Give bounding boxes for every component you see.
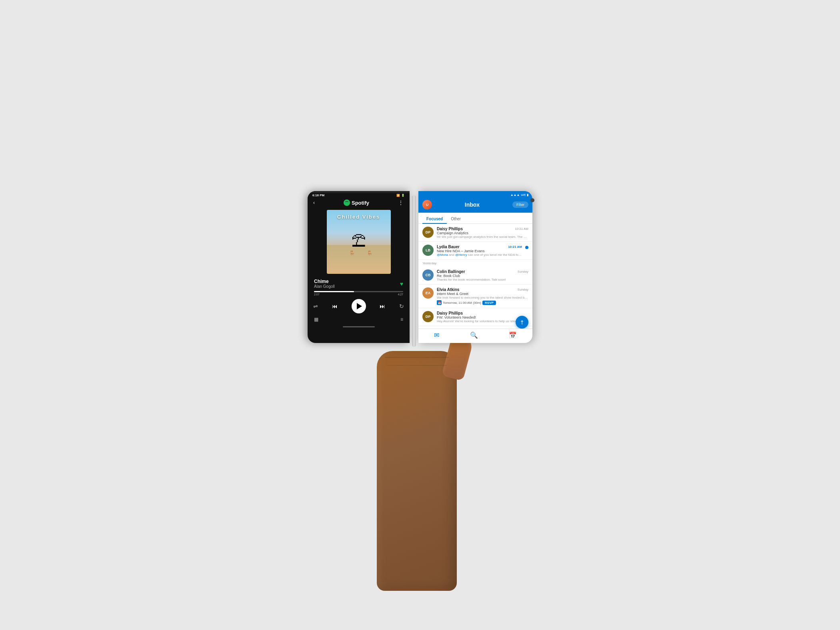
email-content: Daisy Phillips 10:21 AM Campaign Analyti… — [437, 227, 528, 239]
email-time: Sunday — [518, 288, 528, 291]
device-hinge — [412, 195, 416, 347]
email-sender: Elvia Atkins — [437, 287, 459, 292]
email-time: 10:21 AM — [515, 227, 528, 231]
umbrella-icon: ⛱ — [352, 233, 366, 249]
email-preview: We look forward to welcoming you to the … — [437, 296, 528, 299]
hand — [377, 351, 457, 591]
email-content: Colin Ballinger Sunday Re: Book Club Tha… — [437, 269, 528, 281]
time-elapsed: 2:07 — [314, 293, 320, 296]
battery-icon: 🔋 — [401, 194, 405, 197]
outlook-header: U Inbox Filter — [418, 197, 532, 213]
spotify-bottom-bar: ▦ ≡ — [308, 315, 410, 324]
avatar: LB — [422, 245, 434, 256]
avatar: CB — [422, 269, 434, 281]
nav-mail[interactable]: ✉ — [434, 331, 439, 339]
email-time: Sunday — [518, 270, 528, 273]
song-artist: Alan Gogoll — [314, 284, 335, 289]
compose-button[interactable]: ↗ — [516, 316, 528, 329]
repeat-button[interactable]: ↻ — [399, 303, 404, 309]
email-sender: Colin Ballinger — [437, 269, 465, 274]
bottom-navigation: ✉ 🔍 📅 — [418, 329, 532, 343]
email-preview: Hey Alumni! We're looking for volunteers… — [437, 319, 528, 323]
chair-right: 🪑 — [367, 250, 373, 256]
email-item[interactable]: DP Daisy Phillips FW: Volunteers Needed!… — [418, 308, 532, 326]
rsvp-button[interactable]: RSVP — [482, 301, 496, 305]
email-content: Elvia Atkins Sunday Intern Meet & Greet … — [437, 287, 528, 305]
tab-other[interactable]: Other — [447, 215, 465, 223]
compose-icon: ↗ — [518, 318, 526, 326]
status-icons-right: ▲▲▲ wifi ▮ — [510, 193, 528, 197]
nav-calendar[interactable]: 📅 — [509, 331, 517, 339]
spotify-logo: Spotify — [344, 199, 369, 206]
play-button[interactable] — [352, 299, 366, 313]
home-indicator — [343, 326, 375, 327]
front-camera — [530, 198, 534, 202]
signal-icon: ▲▲▲ — [510, 193, 520, 197]
playback-controls: ⇌ ⏮ ⏭ ↻ — [308, 297, 410, 315]
email-subject: Re: Book Club — [437, 274, 528, 278]
status-time-left: 6:18 PM — [312, 193, 324, 197]
queue-icon[interactable]: ≡ — [400, 317, 403, 322]
mention-henry: @Henry — [455, 253, 467, 257]
email-header-row: Colin Ballinger Sunday — [437, 269, 528, 274]
wifi-icon: 📶 — [396, 194, 400, 197]
next-button[interactable]: ⏭ — [380, 303, 385, 309]
email-header-row: Daisy Phillips 10:21 AM — [437, 227, 528, 231]
nav-search[interactable]: 🔍 — [470, 331, 478, 339]
email-subject: Campaign Analytics — [437, 231, 528, 235]
email-content: Daisy Phillips FW: Volunteers Needed! He… — [437, 311, 528, 323]
spotify-logo-icon — [344, 199, 350, 206]
avatar: DP — [422, 311, 434, 322]
calendar-icon: 📅 — [509, 331, 517, 339]
inbox-tabs: Focused Other — [418, 213, 532, 224]
chair-left: 🪑 — [349, 250, 355, 256]
avatar: EA — [422, 287, 434, 299]
album-art: ⛱ 🪑 🪑 Chilled Vibes — [327, 210, 391, 274]
spotify-screen: 6:18 PM 📶 🔋 ‹ Spotify ⋮ — [308, 191, 410, 343]
cal-time: Tomorrow, 11:00 AM (30m) — [443, 301, 481, 305]
knuckle1 — [385, 357, 449, 358]
mail-icon: ✉ — [434, 331, 439, 339]
email-item[interactable]: DP Daisy Phillips 10:21 AM Campaign Anal… — [418, 224, 532, 242]
email-preview: @Mona and @Henry can one of you send me … — [437, 253, 522, 257]
prev-button[interactable]: ⏮ — [332, 303, 338, 309]
heart-icon[interactable]: ♥ — [400, 281, 403, 287]
inbox-title: Inbox — [465, 201, 480, 208]
filter-button[interactable]: Filter — [512, 201, 528, 208]
email-sender: Daisy Phillips — [437, 227, 463, 231]
email-content: Lydia Bauer 10:21 AM New Hire NDA – Jami… — [437, 245, 522, 257]
email-header-row: Elvia Atkins Sunday — [437, 287, 528, 292]
email-preview: Hi! We just got campaign analytics from … — [437, 235, 528, 239]
avatar: DP — [422, 227, 434, 238]
wifi-icon-right: wifi — [521, 193, 526, 197]
progress-fill — [314, 291, 354, 292]
progress-times: 2:07 4:27 — [314, 293, 403, 296]
album-art-wrapper: ⛱ 🪑 🪑 Chilled Vibes — [308, 207, 410, 276]
email-sender: Lydia Bauer — [437, 245, 460, 249]
email-preview: Thanks for the book recommendation. Talk… — [437, 278, 528, 281]
user-avatar[interactable]: U — [422, 200, 432, 209]
email-subject: Intern Meet & Greet — [437, 292, 528, 296]
spotify-app-name: Spotify — [352, 200, 369, 206]
song-info: Chime Alan Gogoll ♥ — [308, 276, 410, 289]
back-icon[interactable]: ‹ — [313, 200, 315, 205]
email-subject: New Hire NDA – Jamie Evans — [437, 249, 522, 253]
email-item[interactable]: LB Lydia Bauer 10:21 AM New Hire NDA – J… — [418, 242, 532, 260]
status-icons-left: 📶 🔋 — [396, 194, 405, 197]
album-title: Chilled Vibes — [327, 214, 391, 220]
hand-shape — [377, 351, 457, 591]
email-header-row: Daisy Phillips — [437, 311, 528, 315]
time-total: 4:27 — [398, 293, 403, 296]
progress-bar[interactable] — [314, 291, 403, 292]
devices-icon[interactable]: ▦ — [314, 317, 318, 322]
knuckle2 — [387, 365, 447, 366]
progress-section[interactable]: 2:07 4:27 — [308, 289, 410, 297]
email-time: 10:21 AM — [508, 245, 522, 249]
outlook-screen: ▲▲▲ wifi ▮ U Inbox Filter Focused Other — [418, 191, 532, 343]
email-item[interactable]: EA Elvia Atkins Sunday Intern Meet & Gre… — [418, 285, 532, 308]
email-item[interactable]: CB Colin Ballinger Sunday Re: Book Club … — [418, 267, 532, 285]
more-icon[interactable]: ⋮ — [398, 199, 404, 206]
cal-icon: 📅 — [437, 300, 442, 305]
shuffle-button[interactable]: ⇌ — [313, 303, 318, 309]
tab-focused[interactable]: Focused — [422, 215, 447, 223]
